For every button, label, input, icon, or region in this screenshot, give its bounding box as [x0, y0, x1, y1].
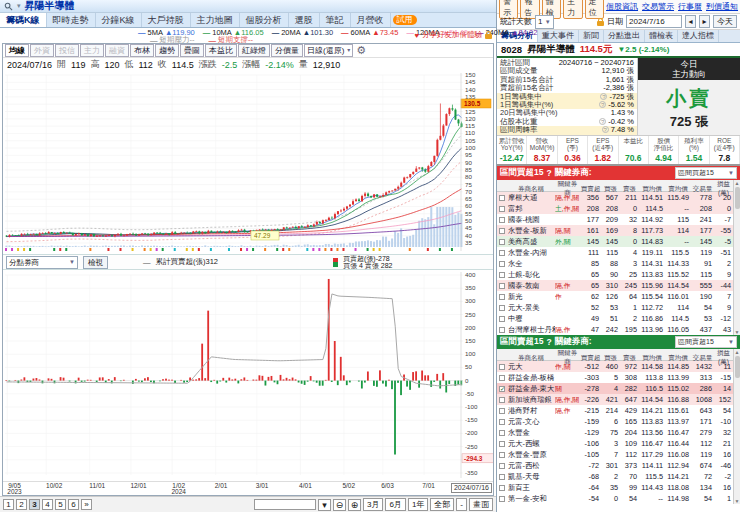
table-row[interactable]: 新百王-643599114.43118.0813416 — [497, 482, 733, 493]
rtab-分點進出[interactable]: 分點進出 — [604, 30, 645, 42]
row-checkbox[interactable] — [499, 261, 505, 267]
zoom-in-icon[interactable]: ⊕ — [348, 499, 361, 511]
row-checkbox[interactable] — [499, 364, 505, 370]
table-row[interactable]: 元富-西松-72301373114.11112.94674-46 — [497, 460, 733, 471]
table-row[interactable]: ✓群益金鼎-東大關-2784282116.5115.0228614 — [497, 383, 733, 394]
table-row[interactable]: 國泰-桃園17720932114.92115241-7 — [497, 214, 733, 225]
row-checkbox[interactable] — [499, 250, 505, 256]
table-scrollbar[interactable]: ▲▼ — [733, 180, 740, 335]
tab-分鐘K線[interactable]: 分鐘K線 — [96, 13, 142, 27]
prev-day-button[interactable]: ◂ — [685, 15, 696, 28]
broker-view-button[interactable]: 檢視 — [83, 256, 108, 269]
row-checkbox[interactable]: ✓ — [499, 386, 505, 392]
chart-tool-疊圖[interactable]: 疊圖 — [180, 44, 204, 57]
row-checkbox[interactable] — [499, 397, 505, 403]
today-button[interactable]: 今天 — [713, 15, 737, 28]
table-row[interactable]: 富邦土,作,關2082080114.5--2080 — [497, 203, 733, 214]
chart-tool-分價量[interactable]: 分價量 — [271, 44, 303, 57]
row-checkbox[interactable] — [499, 305, 505, 311]
row-checkbox[interactable] — [499, 496, 505, 502]
table-row[interactable]: 國泰-敦南隔,作65310245115.96114.54555-44 — [497, 280, 733, 291]
rtab-新聞[interactable]: 新聞 — [579, 30, 604, 42]
chevron-down-icon[interactable]: ▾ — [17, 2, 21, 10]
row-checkbox[interactable] — [499, 419, 505, 425]
table-row[interactable]: 第一金-安和-54054--114.98541 — [497, 493, 733, 504]
table-row[interactable]: 元富-文心-1596165113.83113.97171-10 — [497, 416, 733, 427]
link-交易警示[interactable]: 交易警示 — [642, 1, 674, 12]
kline-period-select[interactable]: 日線(還原)▾ — [304, 44, 353, 57]
row-checkbox[interactable] — [499, 375, 505, 381]
page-button-4[interactable]: 4 — [42, 499, 53, 510]
range-button-1年[interactable]: 1年 — [408, 498, 428, 511]
search-icon[interactable] — [4, 2, 13, 11]
zoom-out-icon[interactable]: ⊖ — [333, 499, 346, 511]
row-checkbox[interactable] — [499, 474, 505, 480]
row-checkbox[interactable] — [499, 441, 505, 447]
tab-筆記[interactable]: 筆記 — [320, 13, 351, 27]
row-checkbox[interactable] — [499, 239, 505, 245]
range-button-3月[interactable]: 3月 — [363, 498, 383, 511]
tab-主力地圖[interactable]: 主力地圖 — [191, 13, 240, 27]
share-promo[interactable]: ♥ 分享好友加倍體驗 — [415, 30, 492, 40]
page-button-3[interactable]: 3 — [29, 499, 40, 510]
chart-tool-布林[interactable]: 布林 — [130, 44, 154, 57]
row-checkbox[interactable] — [499, 272, 505, 278]
row-checkbox[interactable] — [499, 206, 505, 212]
days-select[interactable]: 1 ▼ — [535, 15, 554, 29]
main-candlestick-chart[interactable]: 1501451401351301251201151101051009590858… — [3, 71, 494, 254]
range-button-畫面[interactable]: 畫面 — [469, 498, 493, 511]
row-checkbox[interactable] — [499, 485, 505, 491]
page-button-»[interactable]: » — [81, 499, 92, 510]
tab-個股分析[interactable]: 個股分析 — [240, 13, 289, 27]
row-checkbox[interactable] — [499, 195, 505, 201]
table-row[interactable]: 元大-景美52531112.72114549 — [497, 302, 733, 313]
range-button-6月[interactable]: 6月 — [385, 498, 405, 511]
row-checkbox[interactable] — [499, 294, 505, 300]
tab-月營收[interactable]: 月營收 — [351, 13, 391, 27]
chart-tool-投信[interactable]: 投信 — [55, 44, 79, 57]
row-checkbox[interactable] — [499, 316, 505, 322]
row-checkbox[interactable] — [499, 283, 505, 289]
rtab-重大事件[interactable]: 重大事件 — [538, 30, 579, 42]
table-row[interactable]: 群益金鼎-板橋-3035308113.8113.99313-15 — [497, 372, 733, 383]
table-row[interactable]: 永豐金-12975204113.56116.4727932 — [497, 427, 733, 438]
chart-tool-紅綠燈[interactable]: 紅綠燈 — [238, 44, 270, 57]
chart-tool-均線[interactable]: 均線 — [5, 44, 29, 57]
page-button-5[interactable]: 5 — [55, 499, 66, 510]
dropdown-button[interactable]: ▾ — [318, 499, 331, 511]
help-icon[interactable]: ? — [599, 101, 606, 108]
table-row[interactable]: 新加坡商瑞銀隔,作,關-226421647114.54116.881068152 — [497, 394, 733, 405]
tab-即時走勢[interactable]: 即時走勢 — [47, 13, 96, 27]
chart-tool-趨勢[interactable]: 趨勢 — [155, 44, 179, 57]
help-icon[interactable]: ? — [600, 93, 607, 100]
row-checkbox[interactable] — [499, 228, 505, 234]
link-到價通知[interactable]: 到價通知 — [706, 1, 738, 12]
help-icon[interactable]: ? — [546, 168, 551, 178]
table-row[interactable]: 台灣摩根士丹利隔,作47242195113.96116.0543743 — [497, 324, 733, 335]
key-broker-select[interactable]: 區間買超15▼ — [675, 167, 737, 179]
chart-tool-主力[interactable]: 主力 — [80, 44, 104, 57]
table-row[interactable]: 中壢49512116.86114.553-12 — [497, 313, 733, 324]
broker-pane-select[interactable]: 分點券商▼ — [6, 256, 78, 269]
chart-search-input[interactable] — [254, 499, 316, 510]
chart-tool-本益比[interactable]: 本益比 — [205, 44, 237, 57]
rtab-體檢表[interactable]: 體檢表 — [645, 30, 678, 42]
range-button-全部[interactable]: 全部 — [430, 498, 454, 511]
table-row[interactable]: 美商高盛外,關1451450114.83--145-5 — [497, 236, 733, 247]
table-row[interactable]: 新光作6212664115.54116.011907 — [497, 291, 733, 302]
date-input[interactable]: 2024/7/16 — [626, 15, 682, 28]
range-button--[interactable]: - — [456, 498, 467, 511]
broker-flow-chart[interactable]: 400350300250200150100500-50-100-150-200-… — [3, 270, 494, 481]
table-row[interactable]: 元大作,關-512460972114.58114.85143211 — [497, 361, 733, 372]
table-row[interactable]: 元大-西螺-1063109116.47116.4411221 — [497, 438, 733, 449]
table-row[interactable]: 永全85883114.31114.33912 — [497, 258, 733, 269]
page-button-6[interactable]: 6 — [68, 499, 79, 510]
next-day-button[interactable]: ▸ — [699, 15, 710, 28]
table-row[interactable]: 摩根大通隔,作,關356567211114.51115.4977820 — [497, 192, 733, 203]
help-icon[interactable]: ? — [599, 118, 606, 125]
row-checkbox[interactable] — [499, 463, 505, 469]
table-row[interactable]: 土銀-彰化659025113.83115.521159 — [497, 269, 733, 280]
row-checkbox[interactable] — [499, 327, 505, 333]
tab-選股[interactable]: 選股 — [289, 13, 320, 27]
row-checkbox[interactable] — [499, 408, 505, 414]
